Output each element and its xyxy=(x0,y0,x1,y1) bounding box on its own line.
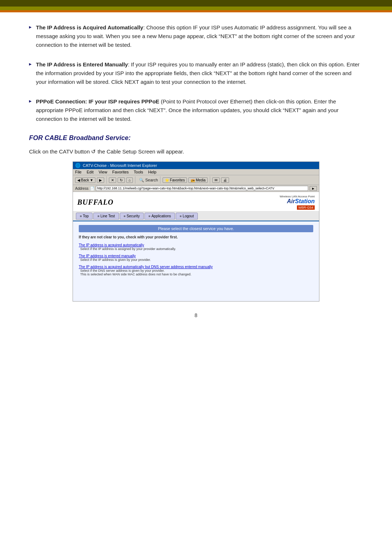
section-heading: FOR CABLE Broadband Service: xyxy=(29,134,363,142)
refresh-icon: ↻ xyxy=(120,178,123,182)
back-button[interactable]: ◀ Back ▼ xyxy=(75,177,95,183)
search-label: Search xyxy=(145,178,158,182)
stop-button[interactable]: ✕ xyxy=(109,177,116,183)
address-go-button[interactable]: ► xyxy=(310,186,317,191)
bullet-diamond-2: ▸ xyxy=(29,61,32,67)
grid-icon-linetest: ≡ xyxy=(97,214,99,218)
catv-link-2[interactable]: The IP address is entered manually xyxy=(79,254,136,258)
bullet-text-1: The IP Address is Acquired Automatically… xyxy=(36,23,363,49)
search-icon: 🔍 xyxy=(139,178,144,183)
search-box: 🔍 Search xyxy=(139,178,158,183)
browser-title: CATV-Choise - Microsoft Internet Explore… xyxy=(83,163,157,168)
bullet-diamond-1: ▸ xyxy=(29,24,32,30)
nav-tab-applications[interactable]: ≡ Applications xyxy=(144,213,175,220)
bullet-section-1: ▸ The IP Address is Acquired Automatical… xyxy=(29,23,363,49)
grid-icon-security: ≡ xyxy=(124,214,126,218)
router-nav: ≡ Top ≡ Line Test ≡ Security ≡ Applicati… xyxy=(73,212,319,221)
menu-edit[interactable]: Edit xyxy=(87,170,94,174)
intro-paragraph: Click on the CATV button ↺ the Cable Set… xyxy=(29,148,363,155)
catv-option-2: The IP address is entered manually Selec… xyxy=(79,254,313,262)
favorites-label: Favorites xyxy=(170,178,185,182)
nav-tab-applications-label: Applications xyxy=(151,214,171,218)
airstation-label: AirStation xyxy=(280,198,315,205)
browser-toolbar: ◀ Back ▼ ▶ ✕ ↻ ⌂ 🔍 Search xyxy=(73,175,319,185)
nav-tab-logout-label: Logout xyxy=(183,214,194,218)
catv-link-3[interactable]: The IP address is acquired automatically… xyxy=(79,265,213,269)
catv-option-3: The IP address is acquired automatically… xyxy=(79,265,313,276)
nav-tab-security[interactable]: ≡ Security xyxy=(120,213,144,220)
page-number: 8 xyxy=(29,312,363,318)
print-button[interactable]: 🖨 xyxy=(221,177,229,183)
menu-tools[interactable]: Tools xyxy=(134,170,143,174)
bullet3-bold: PPPoE Connection: IF your ISP requires P… xyxy=(36,98,159,104)
nav-tab-logout[interactable]: ≡ Logout xyxy=(176,213,198,220)
station-text: Station xyxy=(295,198,315,204)
nav-tab-top-label: Top xyxy=(83,214,89,218)
nav-tab-top[interactable]: ≡ Top xyxy=(76,213,93,220)
bullet2-bold: The IP Address is Entered Manually xyxy=(36,61,128,67)
catv-desc-3: Select if the DNS server address is give… xyxy=(80,269,313,276)
model-label: WBR-G54 xyxy=(297,205,315,210)
menu-view[interactable]: View xyxy=(99,170,107,174)
menu-help[interactable]: Help xyxy=(148,170,156,174)
media-label: Media xyxy=(196,178,205,182)
browser-title-bar: 🌐 CATV-Choise - Microsoft Internet Explo… xyxy=(73,162,319,169)
toolbar-separator-4 xyxy=(210,176,210,184)
refresh-button[interactable]: ↻ xyxy=(118,177,125,183)
bullet-text-3: PPPoE Connection: IF your ISP requires P… xyxy=(36,97,363,123)
catv-desc-2: Select if the IP address is given by you… xyxy=(80,258,313,262)
page-icon: 📄 xyxy=(90,187,94,190)
home-icon: ⌂ xyxy=(128,178,131,182)
nav-tab-linetest-label: Line Test xyxy=(101,214,115,218)
browser-window: 🌐 CATV-Choise - Microsoft Internet Explo… xyxy=(73,161,319,302)
buffalo-logo: BUFFALO xyxy=(77,198,114,206)
grid-icon-logout: ≡ xyxy=(180,214,181,218)
back-label: Back xyxy=(81,178,89,182)
menu-favorites[interactable]: Favorites xyxy=(112,170,128,174)
mail-button[interactable]: ✉ xyxy=(212,177,220,183)
toolbar-separator-1 xyxy=(106,176,107,184)
print-icon: 🖨 xyxy=(223,178,227,182)
bullet-section-3: ▸ PPPoE Connection: IF your ISP requires… xyxy=(29,97,363,123)
address-bar: Address 📄 ► xyxy=(73,185,319,192)
bullet-diamond-3: ▸ xyxy=(29,98,32,104)
mail-icon: ✉ xyxy=(215,178,217,182)
nav-tab-security-label: Security xyxy=(127,214,140,218)
ie-icon: 🌐 xyxy=(75,163,81,168)
bullet-section-2: ▸ The IP Address is Entered Manually: If… xyxy=(29,60,363,86)
bullet1-bold: The IP Address is Acquired Automatically xyxy=(36,24,143,30)
catv-subtitle: If they are not clear to you, check with… xyxy=(79,235,313,239)
air-text: Air xyxy=(287,198,295,204)
favorites-button[interactable]: ⭐ Favorites xyxy=(163,177,187,183)
second-bar xyxy=(0,7,392,10)
catv-option-1: The IP address is acquired automatically… xyxy=(79,243,313,251)
nav-tab-linetest[interactable]: ≡ Line Test xyxy=(93,213,119,220)
top-bar xyxy=(0,0,392,7)
toolbar-separator-2 xyxy=(135,176,135,184)
airstation-branding: Wireless LAN Access Point AirStation WBR… xyxy=(280,195,315,210)
home-button[interactable]: ⌂ xyxy=(126,177,133,183)
catv-link-1[interactable]: The IP address is acquired automatically xyxy=(79,243,144,247)
back-dropdown-icon: ▼ xyxy=(90,178,93,182)
media-icon: 📻 xyxy=(191,178,195,182)
grid-icon-applications: ≡ xyxy=(148,214,150,218)
router-content: Please select the closest service you ha… xyxy=(73,221,319,301)
router-ui: BUFFALO Wireless LAN Access Point AirSta… xyxy=(73,192,319,301)
back-icon: ◀ xyxy=(77,178,80,182)
star-icon: ⭐ xyxy=(165,178,169,182)
main-content: ▸ The IP Address is Acquired Automatical… xyxy=(0,12,392,333)
catv-header: Please select the closest service you ha… xyxy=(79,225,313,232)
catv-desc-1: Select if the IP address is assigned by … xyxy=(80,247,313,251)
forward-button[interactable]: ▶ xyxy=(97,177,104,183)
bullet-text-2: The IP Address is Entered Manually: If y… xyxy=(36,60,363,86)
stop-icon: ✕ xyxy=(111,178,114,182)
media-button[interactable]: 📻 Media xyxy=(188,177,208,183)
address-label: Address xyxy=(75,187,89,190)
address-input[interactable] xyxy=(96,186,308,191)
forward-icon: ▶ xyxy=(99,178,102,182)
toolbar-separator-3 xyxy=(160,176,160,184)
branding-small-label: Wireless LAN Access Point xyxy=(280,195,315,198)
browser-menu-bar: File Edit View Favorites Tools Help xyxy=(73,169,319,175)
menu-file[interactable]: File xyxy=(75,170,82,174)
router-header: BUFFALO Wireless LAN Access Point AirSta… xyxy=(73,192,319,212)
